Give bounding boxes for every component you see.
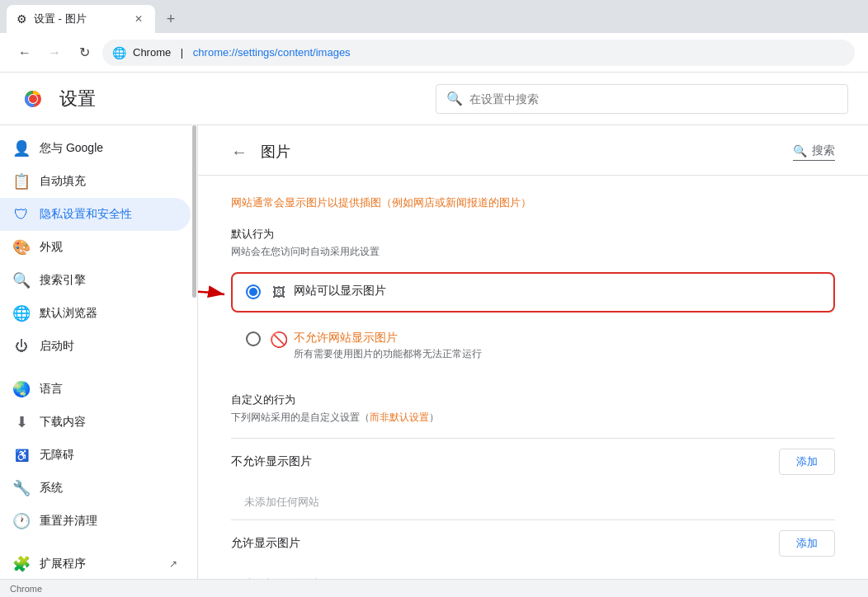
allow-radio-text: 网站可以显示图片 (294, 284, 386, 298)
panel-header: ← 图片 🔍 搜索 (198, 125, 868, 176)
block-image-icon: 🚫 (271, 331, 287, 348)
shield-icon: 🛡 (13, 206, 30, 223)
sidebar-item-autofill[interactable]: 📋 自动填充 (0, 165, 191, 198)
site-security-icon: 🌐 (112, 46, 126, 59)
nav-bar: ← → ↻ 🌐 Chrome | chrome://settings/conte… (0, 33, 868, 73)
sidebar-label-extensions: 扩展程序 (40, 557, 159, 571)
settings-body: 👤 您与 Google 📋 自动填充 🛡 隐私设置和安全性 🎨 外观 (0, 125, 868, 579)
block-section-empty: 未添加任何网站 (231, 485, 835, 519)
sidebar-item-system[interactable]: 🔧 系统 (0, 472, 191, 505)
sidebar-scrollbar-track (192, 125, 196, 579)
panel-search-icon: 🔍 (793, 144, 807, 157)
back-button[interactable]: ← (13, 41, 36, 64)
sidebar: 👤 您与 Google 📋 自动填充 🛡 隐私设置和安全性 🎨 外观 (0, 125, 198, 579)
panel-search-label: 🔍 搜索 (793, 143, 835, 158)
system-icon: 🔧 (13, 480, 30, 496)
accessibility-icon: ♿ (13, 447, 30, 463)
sidebar-item-downloads[interactable]: ⬇ 下载内容 (0, 406, 191, 439)
person-icon: 👤 (13, 140, 30, 157)
default-behavior-section: 默认行为 网站会在您访问时自动采用此设置 🖼 网站可以显示图片 (231, 227, 835, 373)
sidebar-item-search[interactable]: 🔍 搜索引擎 (0, 264, 191, 297)
sidebar-label-search: 搜索引擎 (40, 273, 177, 288)
tab-settings-icon: ⚙ (17, 12, 27, 26)
custom-desc-link[interactable]: 而非默认设置 (370, 411, 429, 423)
allow-image-icon: 🖼 (271, 284, 287, 301)
sidebar-label-appearance: 外观 (40, 240, 177, 255)
address-url: chrome://settings/content/images (193, 46, 351, 59)
custom-desc-text: 下列网站采用的是自定义设置（ (231, 411, 370, 423)
forward-button[interactable]: → (43, 41, 66, 64)
allow-section-row: 允许显示图片 添加 (231, 519, 835, 566)
sidebar-item-language[interactable]: 🌏 语言 (0, 373, 191, 406)
status-bar: Chrome (0, 579, 868, 597)
block-section-title: 不允许显示图片 (231, 454, 312, 469)
settings-header: 设置 🔍 (0, 73, 868, 125)
arrow-annotation (198, 282, 233, 307)
sidebar-label-system: 系统 (40, 481, 177, 496)
panel-title: 图片 (261, 142, 290, 162)
tab-bar: ⚙ 设置 - 图片 ✕ + (0, 0, 868, 33)
settings-app: 设置 🔍 👤 您与 Google 📋 自动填充 (0, 73, 868, 579)
sidebar-label-google: 您与 Google (40, 141, 177, 156)
panel-body: 网站通常会显示图片以提供插图（例如网店或新闻报道的图片） 默认行为 网站会在您访… (198, 176, 868, 579)
sidebar-item-privacy[interactable]: 🛡 隐私设置和安全性 (0, 198, 191, 231)
language-icon: 🌏 (13, 381, 30, 397)
allow-section-title: 允许显示图片 (231, 536, 300, 551)
sidebar-item-default-browser[interactable]: 🌐 默认浏览器 (0, 297, 191, 330)
active-tab[interactable]: ⚙ 设置 - 图片 ✕ (7, 5, 155, 33)
sidebar-label-downloads: 下载内容 (40, 415, 177, 430)
address-chrome-label: Chrome (133, 46, 171, 59)
sidebar-item-extensions[interactable]: 🧩 扩展程序 ↗ (0, 548, 191, 579)
panel-search-underline (793, 160, 835, 161)
search-icon: 🔍 (446, 91, 463, 106)
sidebar-label-privacy: 隐私设置和安全性 (40, 207, 177, 222)
allow-images-option[interactable]: 🖼 网站可以显示图片 (231, 272, 835, 313)
browser-frame: ⚙ 设置 - 图片 ✕ + ← → ↻ 🌐 Chrome | chrome://… (0, 0, 868, 597)
status-text: Chrome (10, 584, 42, 594)
settings-search-bar[interactable]: 🔍 (436, 84, 848, 114)
allow-radio-input[interactable] (246, 284, 261, 299)
sidebar-item-accessibility[interactable]: ♿ 无障碍 (0, 439, 191, 472)
custom-behavior-desc: 下列网站采用的是自定义设置（而非默认设置） (231, 411, 835, 425)
block-section-row: 不允许显示图片 添加 (231, 438, 835, 485)
settings-title: 设置 (59, 87, 96, 111)
block-section-add-button[interactable]: 添加 (779, 449, 835, 475)
tab-close-button[interactable]: ✕ (132, 12, 145, 26)
panel-back-button[interactable]: ← (231, 143, 248, 162)
custom-behavior-section: 自定义的行为 下列网站采用的是自定义设置（而非默认设置） 不允许显示图片 添加 … (231, 393, 835, 579)
download-icon: ⬇ (13, 414, 30, 430)
autofill-icon: 📋 (13, 173, 30, 190)
external-link-icon: ↗ (169, 558, 177, 570)
allow-section-add-button[interactable]: 添加 (779, 530, 835, 557)
settings-container: 设置 🔍 👤 您与 Google 📋 自动填充 (0, 73, 868, 579)
panel-info-text: 网站通常会显示图片以提供插图（例如网店或新闻报道的图片） (231, 195, 835, 210)
sidebar-label-reset: 重置并清理 (40, 514, 177, 529)
address-bar[interactable]: 🌐 Chrome | chrome://settings/content/ima… (102, 40, 855, 66)
browser-icon: 🌐 (13, 305, 30, 322)
custom-behavior-title: 自定义的行为 (231, 393, 835, 407)
power-icon: ⏻ (13, 338, 30, 355)
panel-search-wrapper: 🔍 搜索 (793, 143, 835, 161)
reset-icon: 🕐 (13, 513, 30, 529)
block-radio-label: 不允许网站显示图片 (294, 331, 482, 346)
reload-button[interactable]: ↻ (73, 41, 96, 64)
new-tab-button[interactable]: + (157, 5, 185, 33)
settings-search-input[interactable] (469, 92, 837, 106)
sidebar-label-autofill: 自动填充 (40, 174, 177, 189)
default-behavior-title: 默认行为 (231, 227, 835, 242)
settings-panel: ← 图片 🔍 搜索 网站通常会显示图片以提供插图（ (198, 125, 868, 579)
palette-icon: 🎨 (13, 239, 30, 256)
block-radio-content: 🚫 不允许网站显示图片 所有需要使用图片的功能都将无法正常运行 (271, 331, 482, 361)
sidebar-item-appearance[interactable]: 🎨 外观 (0, 231, 191, 264)
sidebar-item-google[interactable]: 👤 您与 Google (0, 132, 191, 165)
allow-radio-label: 网站可以显示图片 (294, 284, 386, 298)
chrome-logo (20, 86, 46, 112)
custom-desc-text2: ） (429, 411, 439, 423)
sidebar-item-reset[interactable]: 🕐 重置并清理 (0, 505, 191, 538)
block-images-option[interactable]: 🚫 不允许网站显示图片 所有需要使用图片的功能都将无法正常运行 (231, 319, 835, 373)
block-radio-sublabel: 所有需要使用图片的功能都将无法正常运行 (294, 347, 482, 361)
block-radio-input[interactable] (246, 331, 261, 346)
sidebar-label-accessibility: 无障碍 (40, 448, 177, 463)
extensions-icon: 🧩 (13, 556, 30, 572)
sidebar-item-startup[interactable]: ⏻ 启动时 (0, 330, 191, 363)
